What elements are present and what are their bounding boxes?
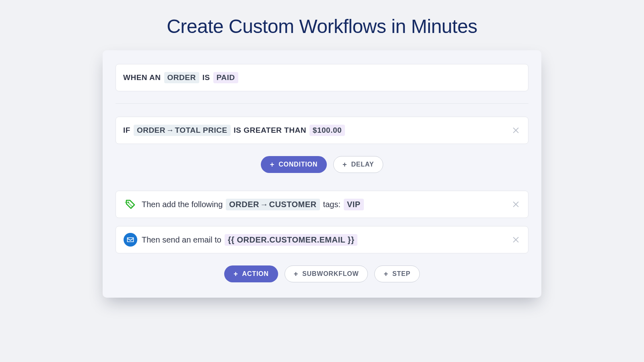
action-email-card[interactable]: Then send an email to {{ ORDER.CUSTOMER.… xyxy=(116,226,528,253)
close-icon xyxy=(512,200,520,209)
mail-icon xyxy=(123,232,138,247)
plus-icon: + xyxy=(233,270,238,278)
action-email-prefix: Then send an email to xyxy=(142,235,221,245)
remove-action-email-button[interactable] xyxy=(510,234,522,245)
action-tag-path-token[interactable]: ORDER→CUSTOMER xyxy=(226,199,320,210)
tag-icon xyxy=(123,197,138,212)
action-tag-suffix: tags: xyxy=(323,200,341,209)
trigger-state-token[interactable]: PAID xyxy=(213,72,238,83)
section-divider xyxy=(116,103,528,104)
arrow-icon: → xyxy=(260,200,268,209)
add-action-label: ACTION xyxy=(242,270,269,278)
trigger-prefix: WHEN AN xyxy=(123,73,161,82)
condition-card[interactable]: IF ORDER→TOTAL PRICE IS GREATER THAN $10… xyxy=(116,117,528,144)
close-icon xyxy=(512,235,520,244)
remove-action-tag-button[interactable] xyxy=(510,199,522,210)
action-tag-value-token[interactable]: VIP xyxy=(344,199,364,210)
condition-path-token[interactable]: ORDER→TOTAL PRICE xyxy=(134,125,231,136)
workflow-canvas: WHEN AN ORDER IS PAID IF ORDER→TOTAL PRI… xyxy=(103,50,541,298)
condition-value-token[interactable]: $100.00 xyxy=(310,125,345,136)
add-action-button[interactable]: + ACTION xyxy=(224,265,278,282)
action-tag-path-b: CUSTOMER xyxy=(269,200,316,209)
plus-icon: + xyxy=(294,270,298,278)
condition-button-row: + CONDITION + DELAY xyxy=(116,156,528,173)
add-subworkflow-button[interactable]: + SUBWORKFLOW xyxy=(285,265,368,282)
trigger-entity-token[interactable]: ORDER xyxy=(164,72,199,83)
action-email-target-token[interactable]: {{ ORDER.CUSTOMER.EMAIL }} xyxy=(225,234,358,246)
add-condition-button[interactable]: + CONDITION xyxy=(261,156,327,173)
action-tag-prefix: Then add the following xyxy=(142,200,223,209)
action-tag-card[interactable]: Then add the following ORDER→CUSTOMER ta… xyxy=(116,191,528,218)
condition-comparator: IS GREATER THAN xyxy=(234,126,306,135)
action-button-row: + ACTION + SUBWORKFLOW + STEP xyxy=(116,265,528,282)
close-icon xyxy=(512,126,520,135)
add-step-button[interactable]: + STEP xyxy=(374,265,419,282)
add-step-label: STEP xyxy=(392,270,411,278)
condition-path-b: TOTAL PRICE xyxy=(175,126,227,134)
page-title: Create Custom Workflows in Minutes xyxy=(0,0,644,37)
condition-path-a: ORDER xyxy=(137,126,165,134)
add-delay-label: DELAY xyxy=(351,161,374,168)
add-subworkflow-label: SUBWORKFLOW xyxy=(302,270,359,278)
plus-icon: + xyxy=(270,161,275,168)
add-delay-button[interactable]: + DELAY xyxy=(333,156,383,173)
trigger-card[interactable]: WHEN AN ORDER IS PAID xyxy=(116,64,528,91)
plus-icon: + xyxy=(384,270,388,278)
action-tag-path-a: ORDER xyxy=(229,200,259,209)
arrow-icon: → xyxy=(166,126,174,134)
remove-condition-button[interactable] xyxy=(510,125,522,136)
add-condition-label: CONDITION xyxy=(279,161,318,168)
trigger-verb: IS xyxy=(202,73,210,82)
plus-icon: + xyxy=(343,161,347,168)
condition-prefix: IF xyxy=(123,126,130,135)
